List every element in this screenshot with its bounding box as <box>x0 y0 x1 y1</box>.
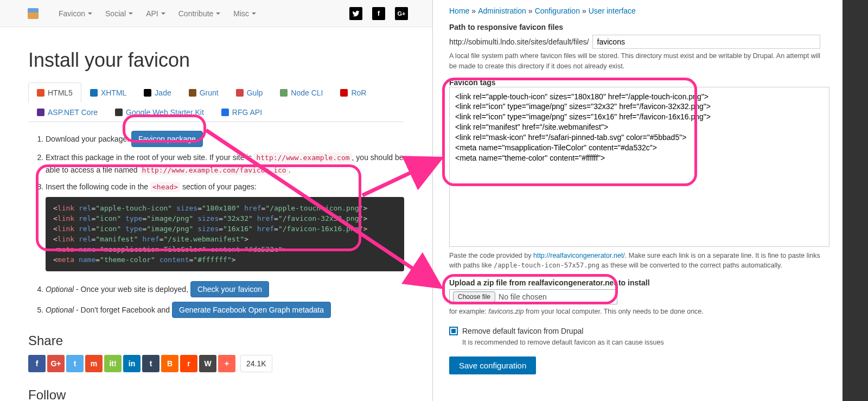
nav-item-contribute[interactable]: Contribute <box>172 1 227 26</box>
nav-item-favicon[interactable]: Favicon <box>52 1 99 26</box>
tab-icon <box>144 89 151 97</box>
facebook-icon[interactable]: f <box>372 7 385 20</box>
tab-icon <box>280 89 288 97</box>
svg-rect-7 <box>37 109 44 116</box>
code-block: <link rel="apple-touch-icon" sizes="180x… <box>46 197 404 271</box>
share-count: 24.1K <box>240 355 272 372</box>
tab-icon <box>115 109 123 116</box>
svg-rect-1 <box>90 89 98 97</box>
svg-rect-4 <box>236 89 244 97</box>
share-row: fG+tmit!intBrW+24.1K <box>28 355 404 372</box>
breadcrumb: Home»Administration»Configuration»User i… <box>449 0 829 15</box>
tab-node-cli[interactable]: Node CLI <box>271 82 331 103</box>
twitter-icon[interactable] <box>349 7 362 20</box>
step-2: Extract this package in the root of your… <box>46 151 404 176</box>
share-button-2[interactable]: t <box>66 355 84 372</box>
tab-icon <box>340 89 348 97</box>
caret-down-icon <box>129 12 133 15</box>
upload-label: Upload a zip file from realfavicongenera… <box>449 278 829 287</box>
tab-icon <box>221 109 229 116</box>
gplus-icon[interactable]: G+ <box>395 7 408 20</box>
file-status: No file chosen <box>499 292 547 301</box>
follow-heading: Follow <box>28 387 404 401</box>
rfg-link[interactable]: http://realfavicongenerator.net/ <box>533 252 625 259</box>
share-button-6[interactable]: t <box>142 355 159 372</box>
check-favicon-button[interactable]: Check your favicon <box>190 281 269 297</box>
share-button-10[interactable]: + <box>218 355 235 372</box>
caret-down-icon <box>88 12 92 15</box>
path-label: Path to responsive favicon files <box>449 23 829 31</box>
instructions-list: Download your package: Favicon package E… <box>28 131 404 318</box>
tab-icon <box>90 89 98 97</box>
breadcrumb-user-interface[interactable]: User interface <box>589 7 636 15</box>
svg-rect-8 <box>115 109 123 116</box>
tab-html5[interactable]: HTML5 <box>28 82 81 103</box>
tags-help: Paste the code provided by http://realfa… <box>449 251 829 271</box>
svg-rect-3 <box>189 89 196 97</box>
svg-rect-9 <box>221 109 229 116</box>
caret-down-icon <box>161 12 165 15</box>
step-1: Download your package: Favicon package <box>46 131 404 147</box>
breadcrumb-configuration[interactable]: Configuration <box>535 7 580 15</box>
svg-rect-6 <box>340 89 348 97</box>
path-help: A local file system path where favicon f… <box>449 51 829 72</box>
step-3: Insert the following code in the <head> … <box>46 181 404 272</box>
path-prefix: http://sobimulti.lndo.site/sites/default… <box>449 37 589 46</box>
tab-icon <box>37 109 44 116</box>
svg-rect-2 <box>144 89 151 97</box>
example-url: http://www.example.com <box>254 152 352 163</box>
favicon-package-button[interactable]: Favicon package <box>131 131 203 147</box>
tab-icon <box>189 89 196 97</box>
tab-icon <box>236 89 244 97</box>
tab-jade[interactable]: Jade <box>135 82 180 103</box>
caret-down-icon <box>252 12 256 15</box>
tab-rfg-api[interactable]: RFG API <box>213 102 271 122</box>
generate-fb-og-button[interactable]: Generate Facebook Open Graph metadata <box>172 302 331 318</box>
breadcrumb-administration[interactable]: Administration <box>478 7 526 15</box>
nav-item-api[interactable]: API <box>139 1 172 26</box>
tab-xhtml[interactable]: XHTML <box>81 82 135 103</box>
page-title: Install your favicon <box>28 49 404 72</box>
share-button-5[interactable]: in <box>123 355 141 372</box>
checkbox-label: Remove default favicon from Drupal <box>462 327 583 335</box>
share-button-7[interactable]: B <box>161 355 178 372</box>
tab-ror[interactable]: RoR <box>331 82 375 103</box>
share-button-1[interactable]: G+ <box>47 355 65 372</box>
step-5: Optional - Don't forget Facebook and Gen… <box>46 302 404 318</box>
navbar: FaviconSocialAPIContributeMisc f G+ <box>0 0 432 27</box>
choose-file-button[interactable]: Choose file <box>453 291 495 302</box>
save-configuration-button[interactable]: Save configuration <box>449 357 536 374</box>
example-favicon-url: http://www.example.com/favicon.ico <box>140 165 289 175</box>
share-button-8[interactable]: r <box>180 355 197 372</box>
step-4: Optional - Once your web site is deploye… <box>46 281 404 297</box>
tab-asp-net-core[interactable]: ASP.NET Core <box>28 102 106 122</box>
brand-logo[interactable] <box>28 8 39 19</box>
share-button-9[interactable]: W <box>199 355 216 372</box>
nav-item-social[interactable]: Social <box>99 1 139 26</box>
favicon-tags-textarea[interactable] <box>449 87 829 247</box>
share-button-3[interactable]: m <box>85 355 103 372</box>
svg-rect-5 <box>280 89 288 97</box>
share-heading: Share <box>28 333 404 348</box>
tags-label: Favicon tags <box>449 78 829 87</box>
tab-google-web-starter-kit[interactable]: Google Web Starter Kit <box>106 102 213 122</box>
head-tag: <head> <box>150 182 180 192</box>
nav-item-misc[interactable]: Misc <box>227 1 263 26</box>
tab-grunt[interactable]: Grunt <box>180 82 227 103</box>
tab-icon <box>37 89 44 97</box>
tabs: HTML5XHTMLJadeGruntGulpNode CLIRoRASP.NE… <box>28 82 404 122</box>
svg-rect-0 <box>37 89 44 97</box>
file-input-row[interactable]: Choose file No file chosen <box>449 289 617 304</box>
tab-gulp[interactable]: Gulp <box>227 82 272 103</box>
path-input[interactable] <box>592 35 820 49</box>
remove-default-favicon-checkbox[interactable] <box>449 327 458 335</box>
share-button-4[interactable]: it! <box>104 355 122 372</box>
upload-help: for example: favicons.zip from your loca… <box>449 307 829 317</box>
share-button-0[interactable]: f <box>28 355 46 372</box>
caret-down-icon <box>216 12 220 15</box>
checkbox-help: It is recommended to remove default favi… <box>462 338 829 348</box>
breadcrumb-home[interactable]: Home <box>449 7 469 15</box>
